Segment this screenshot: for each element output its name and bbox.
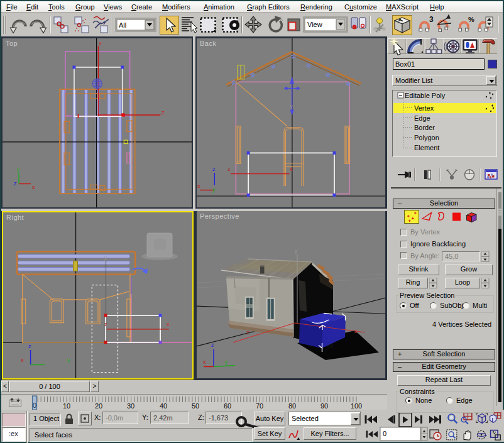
svg-text:Editable Poly: Editable Poly [405,92,446,99]
svg-text:Polygon: Polygon [414,134,439,141]
svg-text:x: x [99,40,102,46]
svg-text:%: % [468,16,474,23]
svg-text:0: 0 [33,402,36,409]
svg-text:Edge: Edge [414,114,430,122]
svg-text:R: R [290,53,297,60]
svg-text:20: 20 [95,402,102,410]
svg-text:z: z [246,329,249,336]
svg-text:80: 80 [288,402,296,410]
svg-text:0: 0 [383,430,386,437]
svg-text:x: x [197,183,200,189]
svg-text:z: z [211,342,214,348]
svg-text:90: 90 [320,402,328,410]
svg-text:x: x [167,321,170,327]
svg-text:z: z [162,109,165,116]
svg-text:y: y [225,359,228,365]
svg-text:x: x [290,166,293,172]
svg-text:y: y [17,167,20,173]
svg-text:z: z [227,166,231,172]
svg-text:Border: Border [414,124,435,131]
svg-text:x: x [354,328,358,334]
svg-text:x: x [203,359,206,365]
svg-text:R: R [344,80,353,87]
svg-text:R: R [269,63,277,70]
svg-text:y: y [67,357,70,363]
svg-text:z: z [104,321,107,327]
svg-text:z: z [28,343,31,349]
svg-text:30: 30 [127,402,134,410]
svg-text:3: 3 [429,15,434,24]
svg-text:y: y [295,248,298,254]
svg-text:Element: Element [414,144,439,151]
svg-text:10: 10 [63,402,70,410]
svg-text:All: All [119,21,126,29]
svg-text:Vertex: Vertex [414,104,434,112]
svg-text:x: x [32,184,35,190]
svg-text:z: z [14,180,17,187]
svg-text:View: View [307,21,322,28]
svg-text:60: 60 [224,402,231,410]
svg-text:70: 70 [256,402,263,410]
svg-text:100: 100 [351,402,362,410]
svg-text:50: 50 [192,402,199,410]
svg-text:y: y [290,103,293,109]
svg-text:y: y [212,187,216,193]
svg-text:z: z [212,166,216,172]
svg-text:40: 40 [160,402,167,410]
svg-text:x: x [21,357,24,363]
